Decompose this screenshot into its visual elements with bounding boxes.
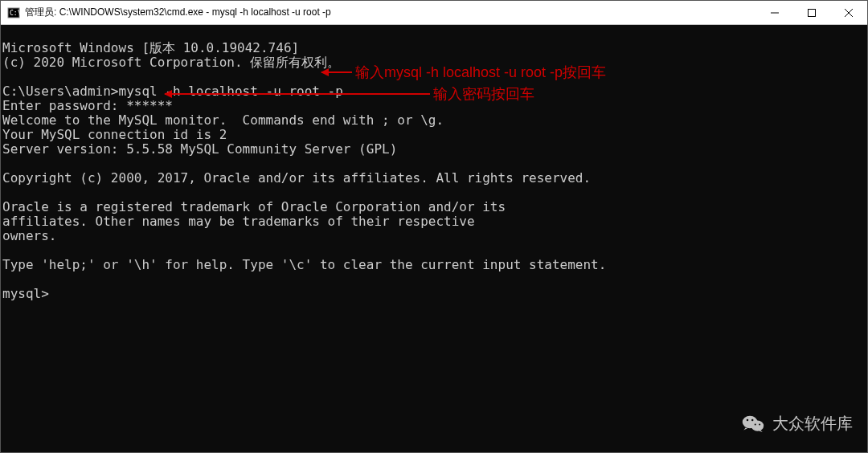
terminal-line: Copyright (c) 2000, 2017, Oracle and/or …	[2, 170, 591, 186]
terminal-line: Microsoft Windows [版本 10.0.19042.746]	[2, 40, 299, 55]
svg-rect-3	[809, 9, 816, 16]
terminal-line: Welcome to the MySQL monitor. Commands e…	[2, 112, 444, 128]
terminal-line: Server version: 5.5.58 MySQL Community S…	[2, 141, 397, 157]
svg-point-8	[747, 419, 748, 421]
svg-point-6	[743, 416, 758, 429]
terminal-line: Type 'help;' or '\h' for help. Type '\c'…	[2, 257, 606, 272]
wechat-icon	[742, 414, 764, 433]
svg-point-7	[751, 421, 764, 431]
svg-point-10	[755, 424, 756, 426]
watermark: 大众软件库	[742, 414, 853, 433]
terminal-line: affiliates. Other names may be trademark…	[2, 214, 475, 229]
svg-text:C:\: C:\	[10, 10, 20, 17]
terminal-prompt: mysql>	[2, 286, 49, 301]
terminal-line: Your MySQL connection id is 2	[2, 127, 227, 142]
terminal-line: owners.	[2, 228, 56, 243]
terminal-line: C:\Users\admin>mysql -h localhost -u roo…	[2, 84, 343, 99]
arrow-icon	[321, 71, 352, 73]
cmd-icon: C:\	[7, 6, 20, 19]
annotation-text: 输入mysql -h localhost -u root -p按回车	[355, 65, 606, 80]
svg-point-9	[751, 419, 753, 421]
annotation-command: 输入mysql -h localhost -u root -p按回车	[321, 65, 606, 80]
terminal-line: (c) 2020 Microsoft Corporation. 保留所有权利。	[2, 55, 340, 70]
maximize-button[interactable]	[793, 1, 830, 24]
window-title: 管理员: C:\WINDOWS\system32\cmd.exe - mysql…	[25, 6, 756, 19]
close-button[interactable]	[830, 1, 867, 24]
window-controls	[756, 1, 867, 24]
minimize-button[interactable]	[756, 1, 793, 24]
annotation-text: 输入密码按回车	[433, 87, 534, 101]
watermark-text: 大众软件库	[772, 416, 853, 431]
titlebar[interactable]: C:\ 管理员: C:\WINDOWS\system32\cmd.exe - m…	[1, 1, 867, 25]
terminal-line: Oracle is a registered trademark of Orac…	[2, 199, 506, 214]
terminal-body[interactable]: Microsoft Windows [版本 10.0.19042.746] (c…	[1, 25, 867, 452]
svg-point-11	[759, 424, 760, 426]
cmd-window: C:\ 管理员: C:\WINDOWS\system32\cmd.exe - m…	[0, 0, 868, 453]
terminal-line: Enter password: ******	[2, 98, 173, 113]
